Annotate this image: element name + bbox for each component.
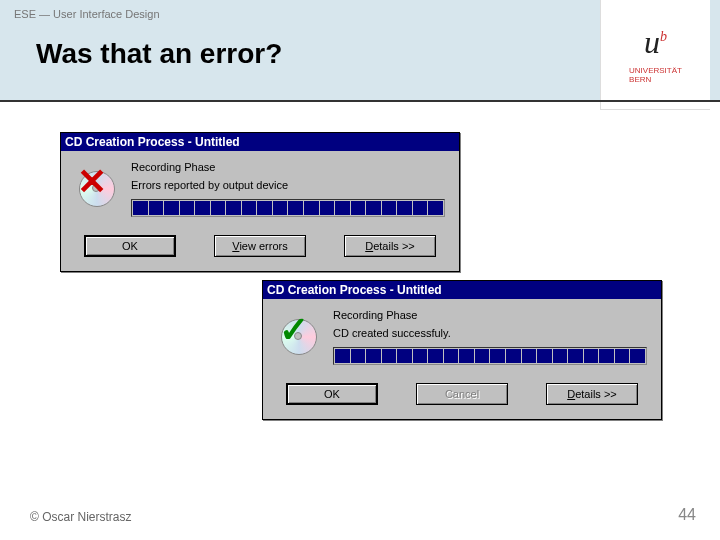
view-errors-button[interactable]: View errors [214,235,306,257]
progress-bar [131,199,445,217]
phase-label: Recording Phase [131,161,445,173]
details-button[interactable]: Details >> [344,235,436,257]
dialog-titlebar: CD Creation Process - Untitled [263,281,661,299]
ok-button[interactable]: OK [84,235,176,257]
dialog-titlebar: CD Creation Process - Untitled [61,133,459,151]
dialog-error: CD Creation Process - Untitled ✕ Recordi… [60,132,460,272]
phase-label: Recording Phase [333,309,647,321]
details-button[interactable]: Details >> [546,383,638,405]
header-rule [0,100,720,102]
error-status-text: Errors reported by output device [131,179,445,191]
cd-success-icon: ✓ [277,309,321,365]
copyright: © Oscar Nierstrasz [30,510,132,524]
dialog-button-row: OK View errors Details >> [61,223,459,271]
cancel-button: Cancel [416,383,508,405]
dialog-success: CD Creation Process - Untitled ✓ Recordi… [262,280,662,420]
logo-caption: UNIVERSITÄT BERN [629,67,682,85]
dialog-button-row: OK Cancel Details >> [263,371,661,419]
logo-u-letter: ub [644,24,667,61]
slide-header: ESE — User Interface Design Was that an … [0,0,720,100]
progress-bar [333,347,647,365]
page-number: 44 [678,506,696,524]
ok-button[interactable]: OK [286,383,378,405]
university-logo: ub UNIVERSITÄT BERN [600,0,710,110]
success-status-text: CD created successfuly. [333,327,647,339]
cd-error-icon: ✕ [75,161,119,217]
